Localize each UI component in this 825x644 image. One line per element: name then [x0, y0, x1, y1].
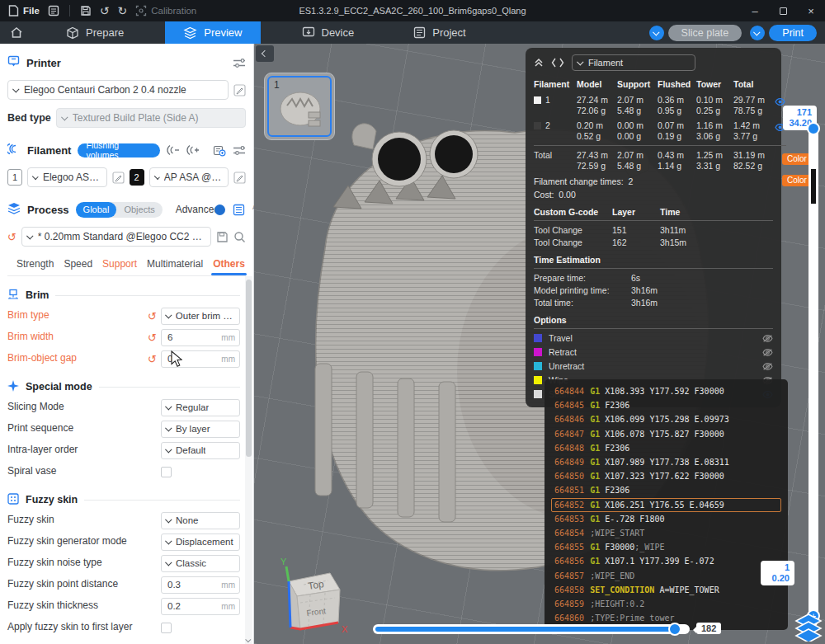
reset-process-preset-icon[interactable]: ↺	[7, 232, 16, 242]
gcode-line[interactable]: 664860;TYPE:Prime tower	[551, 611, 781, 625]
filament-1-badge[interactable]: 1	[7, 169, 22, 186]
print-button[interactable]: Print	[769, 25, 817, 41]
scope-objects-option[interactable]: Objects	[116, 202, 162, 218]
gcode-line[interactable]: 664859;HEIGHT:0.2	[551, 597, 781, 611]
layer-slider-top-handle[interactable]	[807, 122, 820, 135]
setting-checkbox[interactable]	[161, 467, 172, 477]
process-tab-support[interactable]: Support	[97, 258, 142, 275]
sidebar-scrollbar[interactable]	[245, 276, 252, 644]
color-change-badge-1[interactable]: Color	[782, 153, 812, 165]
layer-slider[interactable]: +	[808, 125, 818, 626]
redo-icon[interactable]: ↻	[118, 4, 128, 17]
scope-global-option[interactable]: Global	[76, 202, 117, 218]
process-preset-select[interactable]: * 0.20mm Standard @Elegoo CC2 0....	[21, 227, 211, 247]
scrollbar-down-arrow[interactable]	[245, 638, 252, 642]
gcode-line[interactable]: 664850G1 X107.323 Y177.622 F30000	[551, 469, 781, 483]
filament-2-badge[interactable]: 2	[130, 169, 144, 186]
stats-view-select[interactable]: Filament	[572, 54, 695, 71]
process-tab-others[interactable]: Others	[208, 258, 250, 275]
bed-type-select[interactable]: Textured Build Plate (Side A)	[56, 108, 246, 128]
reset-setting-icon[interactable]: ↺	[148, 354, 157, 364]
filament-sync-icon[interactable]	[213, 144, 226, 157]
setting-select[interactable]: None	[161, 512, 240, 529]
close-button[interactable]: ×	[797, 0, 825, 21]
setting-select[interactable]: Regular	[161, 399, 240, 416]
gcode-line[interactable]: 664858SET_CONDITION A=WIPE_TOWER	[551, 583, 781, 597]
gcode-line[interactable]: 664845G1 F2306	[551, 398, 781, 412]
collapse-panel-icon[interactable]	[534, 58, 544, 68]
printer-tune-icon[interactable]	[233, 58, 246, 68]
setting-select[interactable]: Displacement	[161, 534, 240, 551]
file-menu[interactable]: File	[8, 5, 40, 16]
reset-setting-icon[interactable]: ↺	[148, 332, 157, 343]
add-filament-icon[interactable]	[186, 144, 200, 156]
gcode-line[interactable]: 664856G1 X107.1 Y177.399 E-.072	[551, 554, 781, 568]
process-tab-multimaterial[interactable]: Multimaterial	[142, 258, 208, 275]
home-button[interactable]	[0, 21, 33, 44]
slice-options-dropdown[interactable]	[649, 26, 664, 40]
preset-list-icon[interactable]	[233, 204, 245, 216]
gcode-line[interactable]: 664851G1 F2306	[551, 483, 781, 497]
eye-off-icon[interactable]	[762, 334, 773, 343]
minimize-button[interactable]: –	[741, 0, 769, 21]
reset-setting-icon[interactable]: ↺	[148, 311, 157, 322]
setting-input[interactable]	[161, 350, 240, 368]
edit-printer-preset-icon[interactable]	[233, 84, 246, 96]
setting-select[interactable]: Outer brim o...	[161, 308, 240, 325]
move-slider-handle[interactable]	[668, 623, 681, 636]
undo-icon[interactable]: ↺	[100, 4, 110, 17]
plate-thumbnail[interactable]: 1	[264, 73, 335, 140]
setting-input[interactable]	[161, 576, 240, 594]
eye-off-icon[interactable]	[762, 348, 773, 357]
flushing-volumes-button[interactable]: Flushing volumes	[78, 143, 160, 157]
edit-filament-2-icon[interactable]	[233, 172, 246, 184]
move-slider[interactable]	[373, 624, 690, 634]
save-preset-icon[interactable]	[216, 231, 229, 243]
printer-preset-select[interactable]: Elegoo Centauri Carbon 2 0.4 nozzle	[7, 80, 229, 100]
scrollbar-thumb[interactable]	[246, 280, 252, 457]
setting-checkbox[interactable]	[161, 623, 172, 633]
document-menu-icon[interactable]	[48, 5, 59, 16]
process-tab-strength[interactable]: Strength	[12, 258, 59, 275]
search-settings-icon[interactable]	[233, 231, 246, 243]
setting-select[interactable]: By layer	[161, 421, 240, 438]
setting-select[interactable]: Classic	[161, 555, 240, 572]
gcode-viewer-panel[interactable]: 664844G1 X108.393 Y177.592 F30000664845G…	[544, 379, 788, 630]
gcode-line[interactable]: 664844G1 X108.393 Y177.592 F30000	[551, 384, 781, 398]
gcode-line[interactable]: 664852G1 X106.251 Y176.55 E.04659	[551, 498, 781, 512]
slice-plate-button[interactable]: Slice plate	[668, 25, 742, 41]
gcode-line[interactable]: 664847G1 X106.078 Y175.827 F30000	[551, 427, 781, 441]
setting-select[interactable]: Default	[161, 442, 240, 459]
calibration-button[interactable]: Calibration	[135, 5, 196, 16]
tab-prepare[interactable]: Prepare	[48, 21, 142, 44]
save-icon[interactable]	[80, 5, 92, 16]
eye-off-icon[interactable]	[762, 362, 773, 371]
preview-3d-viewport[interactable]: 1 Filament	[254, 44, 825, 644]
tab-device[interactable]: Device	[284, 21, 373, 44]
filament-2-select[interactable]: AP ASA @ECC2 -...	[149, 167, 229, 187]
color-change-badge-2[interactable]: Color	[782, 175, 812, 186]
edit-filament-1-icon[interactable]	[112, 172, 125, 184]
tab-preview[interactable]: Preview	[165, 21, 260, 44]
filament-1-select[interactable]: Elegoo ASA @...	[27, 167, 107, 187]
gcode-line[interactable]: 664855G1 F30000;_WIPE	[551, 540, 781, 554]
time-label: Total time:	[534, 298, 631, 308]
navigation-cube[interactable]: Top Front X Y	[271, 557, 350, 636]
gcode-view-icon[interactable]	[551, 58, 564, 68]
setting-input[interactable]	[161, 598, 240, 615]
print-options-dropdown[interactable]	[750, 26, 765, 40]
remove-filament-icon[interactable]	[167, 144, 180, 156]
gcode-line[interactable]: 664846G1 X106.099 Y175.298 E.09973	[551, 412, 781, 426]
gcode-line[interactable]: 664857;WIPE_END	[551, 569, 781, 583]
tab-project[interactable]: Project	[395, 21, 483, 44]
gcode-line[interactable]: 664848G1 F2306	[551, 441, 781, 455]
process-tab-speed[interactable]: Speed	[59, 258, 97, 275]
setting-input[interactable]	[161, 329, 240, 346]
gcode-line[interactable]: 664849G1 X107.989 Y177.738 E.08311	[551, 455, 781, 469]
gcode-line[interactable]: 664854;WIPE_START	[551, 526, 781, 540]
layers-view-button[interactable]	[794, 612, 823, 642]
sidebar-collapse-button[interactable]	[256, 45, 274, 62]
filament-tune-icon[interactable]	[233, 145, 246, 156]
gcode-line[interactable]: 664853G1 E-.728 F1800	[551, 512, 781, 526]
restore-button[interactable]	[769, 0, 797, 21]
